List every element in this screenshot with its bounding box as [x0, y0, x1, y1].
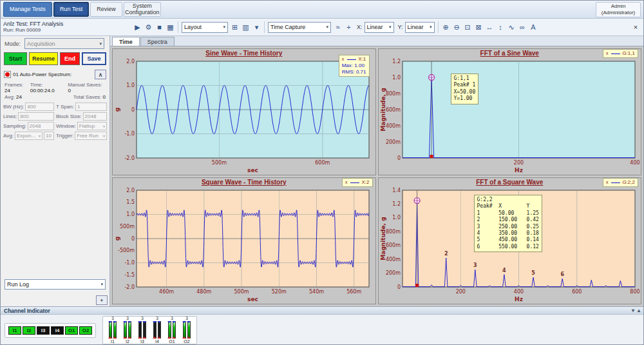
save-button[interactable]: Save [82, 52, 106, 65]
spectrum-display-button[interactable]: ∧ [95, 70, 106, 79]
meter-bar [143, 321, 146, 339]
fft-sine-plot[interactable]: 2004001.21.0800m600m400m200m0HzMagnitude… [379, 57, 641, 174]
chart-square-time-history[interactable]: Square Wave - Time History xX:2 460m480m… [112, 177, 376, 304]
cursor-icon[interactable]: + [343, 21, 354, 34]
stat-totalsaves: Total Saves: 0 [73, 94, 106, 100]
param-input-trigger[interactable]: Free Run▾ [75, 132, 107, 140]
channel-meter-o2: 3O2 [183, 317, 191, 344]
pan-horizontal-icon[interactable]: ↔ [484, 21, 495, 34]
record-label: 01 Auto-Power Spectrum: [13, 72, 71, 77]
channel-button-i3[interactable]: I3 [37, 326, 50, 335]
param-input-blocksize[interactable]: 2048 [83, 112, 107, 121]
run-log-select[interactable]: Run Log▾ [5, 279, 106, 290]
svg-text:1.0: 1.0 [126, 212, 135, 217]
mode-label: Mode: [5, 41, 21, 47]
svg-text:460m: 460m [159, 289, 174, 295]
param-input-avg[interactable]: Expon...▾ [15, 132, 43, 140]
svg-text:sec: sec [247, 296, 258, 302]
tab-review[interactable]: Review [90, 2, 122, 17]
chart-title: Sine Wave - Time History [113, 50, 375, 57]
sine-time-plot[interactable]: 500m600m2.01.00-1.0-2.0secg [113, 57, 375, 174]
new-pane-icon[interactable]: ⊞ [229, 21, 240, 34]
chart-fft-square[interactable]: FFT of a Square Wave xG:2,2 200400600800… [378, 177, 642, 304]
admin-user-button[interactable]: Admin (Administrator) [596, 2, 641, 17]
svg-text:540m: 540m [309, 289, 324, 295]
channel-button-i1[interactable]: I1 [8, 326, 21, 335]
record-checkbox[interactable] [4, 71, 11, 78]
chart-sine-time-history[interactable]: Sine Wave - Time History xX:1 Max: 1.00 … [112, 48, 376, 175]
tab-manage-tests[interactable]: Manage Tests [3, 2, 52, 17]
resume-button[interactable]: Resume [29, 52, 58, 65]
peak-annotation[interactable]: G:1,1 Peak# 1 X=50.00 Y=1.00 [451, 74, 479, 104]
close-view-icon[interactable]: × [630, 22, 641, 32]
zoom-out-icon[interactable]: ⊖ [451, 21, 462, 34]
legend-line-sample [350, 182, 359, 183]
trace-icon[interactable]: ≈ [332, 21, 343, 34]
chart-title: FFT of a Sine Wave [379, 50, 641, 57]
param-input-sampling[interactable]: 2048 [28, 122, 54, 130]
channel-button-o2[interactable]: O2 [79, 326, 92, 335]
chevron-down-icon: ▾ [97, 41, 102, 46]
svg-text:sec: sec [247, 167, 258, 173]
zoom-fit-icon[interactable]: ⊠ [473, 21, 484, 34]
add-panel-button[interactable]: + [96, 295, 108, 305]
svg-text:200m: 200m [385, 139, 400, 145]
param-label-window: Window: [56, 123, 76, 129]
zoom-in-icon[interactable]: ⊕ [440, 21, 451, 34]
wave-icon[interactable]: ∿ [506, 21, 517, 34]
stop-test-icon[interactable]: ■ [154, 21, 165, 34]
x-scale-select[interactable]: Linear▾ [365, 22, 394, 33]
svg-text:800m: 800m [385, 91, 400, 97]
channel-button-o1[interactable]: O1 [65, 326, 78, 335]
y-scale-select[interactable]: Linear▾ [405, 22, 435, 33]
document-tabs: Time Spectra [110, 36, 643, 46]
svg-text:1.0: 1.0 [392, 75, 401, 81]
pane-layout-icon[interactable]: ▥ [240, 21, 251, 34]
chart-fft-sine[interactable]: FFT of a Sine Wave xG:1,1 2004001.21.080… [378, 48, 642, 175]
signal-type-select[interactable]: Time Capture▾ [268, 22, 331, 33]
report-icon[interactable]: ▦ [165, 21, 176, 34]
svg-text:600: 600 [572, 289, 582, 295]
layout-select[interactable]: Layout▾ [182, 22, 228, 33]
channel-button-i4[interactable]: I4 [51, 326, 64, 335]
svg-text:500m: 500m [234, 289, 249, 295]
test-info: Anlz Test: FFT Analysis Run: Run 00009 [3, 21, 132, 34]
tab-spectra[interactable]: Spectra [140, 37, 175, 46]
param-input-bwhz[interactable]: 800 [25, 103, 54, 111]
annotation-icon[interactable]: A [528, 21, 539, 34]
param-input-tspan[interactable]: 1 [75, 103, 107, 111]
tab-run-test[interactable]: Run Test [53, 2, 89, 17]
admin-user-name: Admin [611, 3, 626, 9]
svg-text:520m: 520m [272, 289, 287, 295]
start-button[interactable]: Start [4, 52, 27, 65]
zoom-box-icon[interactable]: ⊡ [462, 21, 473, 34]
peak-table-annotation[interactable]: G:2,2 Peak# X Y 1 50.00 1.25 2 150.00 0.… [474, 195, 542, 252]
svg-text:400m: 400m [385, 123, 400, 129]
start-test-icon[interactable]: ▶ [132, 21, 143, 34]
expand-chevron-icon[interactable]: ▴ [638, 308, 640, 313]
meter-bar [138, 321, 142, 339]
chevron-down-icon: ▾ [386, 25, 392, 30]
pan-vertical-icon[interactable]: ↕ [495, 21, 506, 34]
tab-time[interactable]: Time [112, 37, 140, 46]
mode-select[interactable]: Acquisition▾ [24, 38, 104, 49]
svg-text:1.5: 1.5 [126, 199, 135, 205]
param-input-avg-count[interactable]: 10 [44, 132, 54, 140]
param-input-window[interactable]: Flattop▾ [77, 122, 107, 130]
link-icon[interactable]: ∞ [517, 21, 528, 34]
tab-system-configuration[interactable]: System Configuration [124, 2, 161, 17]
svg-text:1.4: 1.4 [392, 188, 401, 193]
param-input-lines[interactable]: 800 [18, 112, 54, 121]
svg-text:600m: 600m [315, 160, 330, 166]
svg-text:-1.0: -1.0 [124, 260, 135, 266]
end-button[interactable]: End [60, 52, 80, 65]
channel-button-i2[interactable]: I2 [23, 326, 35, 335]
legend-line-sample [347, 59, 356, 60]
svg-text:Hz: Hz [515, 296, 523, 302]
svg-text:1.0: 1.0 [392, 215, 401, 221]
square-time-plot[interactable]: 460m480m500m520m540m560m2.01.51.0500m0-5… [113, 186, 375, 303]
pane-layout-dropdown-icon[interactable]: ▾ [251, 21, 262, 34]
settings-gear-icon[interactable]: ⚙ [143, 21, 154, 34]
collapse-chevron-icon[interactable]: ▾ [632, 308, 634, 313]
channel-indicator-title: Channel Indicator [4, 308, 50, 314]
